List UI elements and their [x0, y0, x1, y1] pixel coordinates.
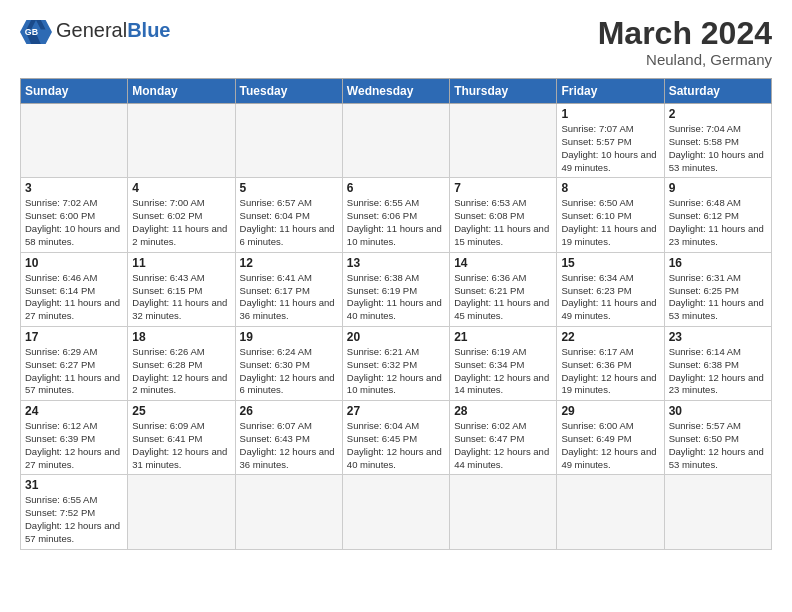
calendar-cell [342, 104, 449, 178]
day-info: Sunrise: 7:00 AM Sunset: 6:02 PM Dayligh… [132, 197, 230, 248]
day-number: 23 [669, 330, 767, 344]
day-info: Sunrise: 7:07 AM Sunset: 5:57 PM Dayligh… [561, 123, 659, 174]
day-info: Sunrise: 6:07 AM Sunset: 6:43 PM Dayligh… [240, 420, 338, 471]
calendar-table: SundayMondayTuesdayWednesdayThursdayFrid… [20, 78, 772, 550]
day-number: 26 [240, 404, 338, 418]
calendar-cell: 31Sunrise: 6:55 AM Sunset: 7:52 PM Dayli… [21, 475, 128, 549]
calendar-cell [342, 475, 449, 549]
day-number: 5 [240, 181, 338, 195]
calendar-cell: 19Sunrise: 6:24 AM Sunset: 6:30 PM Dayli… [235, 326, 342, 400]
day-info: Sunrise: 6:09 AM Sunset: 6:41 PM Dayligh… [132, 420, 230, 471]
day-info: Sunrise: 6:36 AM Sunset: 6:21 PM Dayligh… [454, 272, 552, 323]
calendar-cell: 16Sunrise: 6:31 AM Sunset: 6:25 PM Dayli… [664, 252, 771, 326]
calendar-cell: 10Sunrise: 6:46 AM Sunset: 6:14 PM Dayli… [21, 252, 128, 326]
weekday-header-wednesday: Wednesday [342, 79, 449, 104]
calendar-title: March 2024 [598, 16, 772, 51]
calendar-cell: 22Sunrise: 6:17 AM Sunset: 6:36 PM Dayli… [557, 326, 664, 400]
calendar-cell: 26Sunrise: 6:07 AM Sunset: 6:43 PM Dayli… [235, 401, 342, 475]
day-number: 27 [347, 404, 445, 418]
calendar-cell [235, 104, 342, 178]
day-number: 6 [347, 181, 445, 195]
day-info: Sunrise: 6:31 AM Sunset: 6:25 PM Dayligh… [669, 272, 767, 323]
weekday-header-row: SundayMondayTuesdayWednesdayThursdayFrid… [21, 79, 772, 104]
calendar-cell: 28Sunrise: 6:02 AM Sunset: 6:47 PM Dayli… [450, 401, 557, 475]
calendar-cell [235, 475, 342, 549]
day-number: 18 [132, 330, 230, 344]
calendar-cell: 17Sunrise: 6:29 AM Sunset: 6:27 PM Dayli… [21, 326, 128, 400]
day-number: 25 [132, 404, 230, 418]
calendar-week-0: 1Sunrise: 7:07 AM Sunset: 5:57 PM Daylig… [21, 104, 772, 178]
day-number: 14 [454, 256, 552, 270]
day-number: 30 [669, 404, 767, 418]
day-info: Sunrise: 6:00 AM Sunset: 6:49 PM Dayligh… [561, 420, 659, 471]
day-number: 12 [240, 256, 338, 270]
calendar-cell: 14Sunrise: 6:36 AM Sunset: 6:21 PM Dayli… [450, 252, 557, 326]
calendar-cell: 25Sunrise: 6:09 AM Sunset: 6:41 PM Dayli… [128, 401, 235, 475]
weekday-header-sunday: Sunday [21, 79, 128, 104]
day-info: Sunrise: 6:12 AM Sunset: 6:39 PM Dayligh… [25, 420, 123, 471]
weekday-header-thursday: Thursday [450, 79, 557, 104]
calendar-cell [128, 475, 235, 549]
day-number: 15 [561, 256, 659, 270]
day-number: 13 [347, 256, 445, 270]
calendar-cell: 24Sunrise: 6:12 AM Sunset: 6:39 PM Dayli… [21, 401, 128, 475]
day-number: 16 [669, 256, 767, 270]
day-number: 9 [669, 181, 767, 195]
calendar-cell: 1Sunrise: 7:07 AM Sunset: 5:57 PM Daylig… [557, 104, 664, 178]
day-number: 20 [347, 330, 445, 344]
logo-icon: GB [20, 16, 52, 44]
calendar-week-4: 24Sunrise: 6:12 AM Sunset: 6:39 PM Dayli… [21, 401, 772, 475]
calendar-header: GB GeneralBlue March 2024 Neuland, Germa… [20, 16, 772, 68]
calendar-cell: 2Sunrise: 7:04 AM Sunset: 5:58 PM Daylig… [664, 104, 771, 178]
day-number: 17 [25, 330, 123, 344]
calendar-cell: 30Sunrise: 5:57 AM Sunset: 6:50 PM Dayli… [664, 401, 771, 475]
day-info: Sunrise: 6:26 AM Sunset: 6:28 PM Dayligh… [132, 346, 230, 397]
day-number: 24 [25, 404, 123, 418]
calendar-cell: 21Sunrise: 6:19 AM Sunset: 6:34 PM Dayli… [450, 326, 557, 400]
day-info: Sunrise: 6:02 AM Sunset: 6:47 PM Dayligh… [454, 420, 552, 471]
calendar-cell [128, 104, 235, 178]
calendar-cell [664, 475, 771, 549]
calendar-cell: 7Sunrise: 6:53 AM Sunset: 6:08 PM Daylig… [450, 178, 557, 252]
calendar-cell [21, 104, 128, 178]
weekday-header-saturday: Saturday [664, 79, 771, 104]
day-info: Sunrise: 7:02 AM Sunset: 6:00 PM Dayligh… [25, 197, 123, 248]
day-number: 31 [25, 478, 123, 492]
weekday-header-monday: Monday [128, 79, 235, 104]
calendar-cell: 6Sunrise: 6:55 AM Sunset: 6:06 PM Daylig… [342, 178, 449, 252]
day-number: 22 [561, 330, 659, 344]
title-block: March 2024 Neuland, Germany [598, 16, 772, 68]
calendar-cell [450, 475, 557, 549]
day-number: 11 [132, 256, 230, 270]
calendar-week-3: 17Sunrise: 6:29 AM Sunset: 6:27 PM Dayli… [21, 326, 772, 400]
calendar-cell: 15Sunrise: 6:34 AM Sunset: 6:23 PM Dayli… [557, 252, 664, 326]
day-number: 4 [132, 181, 230, 195]
day-info: Sunrise: 6:48 AM Sunset: 6:12 PM Dayligh… [669, 197, 767, 248]
day-number: 10 [25, 256, 123, 270]
logo: GB GeneralBlue [20, 16, 171, 44]
calendar-cell: 27Sunrise: 6:04 AM Sunset: 6:45 PM Dayli… [342, 401, 449, 475]
calendar-cell: 5Sunrise: 6:57 AM Sunset: 6:04 PM Daylig… [235, 178, 342, 252]
calendar-cell [557, 475, 664, 549]
day-info: Sunrise: 6:24 AM Sunset: 6:30 PM Dayligh… [240, 346, 338, 397]
calendar-cell: 13Sunrise: 6:38 AM Sunset: 6:19 PM Dayli… [342, 252, 449, 326]
day-info: Sunrise: 6:41 AM Sunset: 6:17 PM Dayligh… [240, 272, 338, 323]
day-info: Sunrise: 6:55 AM Sunset: 7:52 PM Dayligh… [25, 494, 123, 545]
day-info: Sunrise: 6:04 AM Sunset: 6:45 PM Dayligh… [347, 420, 445, 471]
day-info: Sunrise: 6:55 AM Sunset: 6:06 PM Dayligh… [347, 197, 445, 248]
day-number: 28 [454, 404, 552, 418]
day-number: 2 [669, 107, 767, 121]
weekday-header-friday: Friday [557, 79, 664, 104]
calendar-week-2: 10Sunrise: 6:46 AM Sunset: 6:14 PM Dayli… [21, 252, 772, 326]
day-info: Sunrise: 6:14 AM Sunset: 6:38 PM Dayligh… [669, 346, 767, 397]
day-info: Sunrise: 6:17 AM Sunset: 6:36 PM Dayligh… [561, 346, 659, 397]
calendar-cell: 18Sunrise: 6:26 AM Sunset: 6:28 PM Dayli… [128, 326, 235, 400]
day-info: Sunrise: 6:19 AM Sunset: 6:34 PM Dayligh… [454, 346, 552, 397]
calendar-subtitle: Neuland, Germany [598, 51, 772, 68]
svg-text:GB: GB [25, 27, 38, 37]
calendar-cell: 11Sunrise: 6:43 AM Sunset: 6:15 PM Dayli… [128, 252, 235, 326]
calendar-cell: 8Sunrise: 6:50 AM Sunset: 6:10 PM Daylig… [557, 178, 664, 252]
day-number: 1 [561, 107, 659, 121]
day-info: Sunrise: 6:29 AM Sunset: 6:27 PM Dayligh… [25, 346, 123, 397]
day-info: Sunrise: 6:53 AM Sunset: 6:08 PM Dayligh… [454, 197, 552, 248]
